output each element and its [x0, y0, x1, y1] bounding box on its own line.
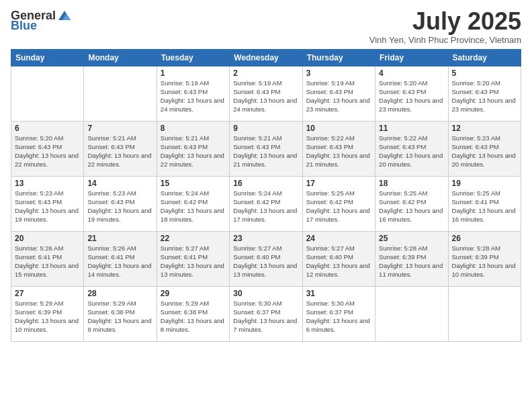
day-cell: 31Sunrise: 5:30 AM Sunset: 6:37 PM Dayli… — [302, 286, 375, 341]
day-cell: 9Sunrise: 5:21 AM Sunset: 6:43 PM Daylig… — [230, 121, 302, 176]
day-number: 8 — [161, 124, 226, 133]
day-cell: 23Sunrise: 5:27 AM Sunset: 6:40 PM Dayli… — [230, 231, 302, 286]
day-cell: 5Sunrise: 5:20 AM Sunset: 6:43 PM Daylig… — [448, 66, 521, 121]
day-info: Sunrise: 5:19 AM Sunset: 6:43 PM Dayligh… — [233, 79, 298, 114]
day-cell: 6Sunrise: 5:20 AM Sunset: 6:43 PM Daylig… — [11, 121, 84, 176]
page: General Blue July 2025 Vinh Yen, Vinh Ph… — [0, 0, 532, 411]
day-cell: 15Sunrise: 5:24 AM Sunset: 6:42 PM Dayli… — [157, 176, 229, 231]
day-cell: 26Sunrise: 5:28 AM Sunset: 6:39 PM Dayli… — [448, 231, 521, 286]
day-number: 19 — [452, 179, 517, 188]
day-info: Sunrise: 5:23 AM Sunset: 6:43 PM Dayligh… — [452, 134, 517, 169]
day-info: Sunrise: 5:21 AM Sunset: 6:43 PM Dayligh… — [87, 134, 152, 169]
day-info: Sunrise: 5:25 AM Sunset: 6:41 PM Dayligh… — [452, 189, 517, 224]
col-tuesday: Tuesday — [157, 49, 229, 66]
week-row-2: 13Sunrise: 5:23 AM Sunset: 6:43 PM Dayli… — [11, 176, 521, 231]
month-title: July 2025 — [369, 8, 521, 35]
day-number: 14 — [87, 179, 152, 188]
week-row-3: 20Sunrise: 5:26 AM Sunset: 6:41 PM Dayli… — [11, 231, 521, 286]
col-thursday: Thursday — [302, 49, 375, 66]
day-info: Sunrise: 5:23 AM Sunset: 6:43 PM Dayligh… — [87, 189, 152, 224]
day-cell: 8Sunrise: 5:21 AM Sunset: 6:43 PM Daylig… — [157, 121, 229, 176]
day-cell — [448, 286, 521, 341]
week-row-4: 27Sunrise: 5:29 AM Sunset: 6:39 PM Dayli… — [11, 286, 521, 341]
day-info: Sunrise: 5:29 AM Sunset: 6:38 PM Dayligh… — [87, 299, 152, 334]
day-cell: 10Sunrise: 5:22 AM Sunset: 6:43 PM Dayli… — [302, 121, 375, 176]
day-cell — [375, 286, 448, 341]
logo-icon — [57, 8, 72, 23]
day-info: Sunrise: 5:19 AM Sunset: 6:43 PM Dayligh… — [306, 79, 371, 114]
day-number: 24 — [306, 234, 371, 243]
day-cell: 21Sunrise: 5:26 AM Sunset: 6:41 PM Dayli… — [84, 231, 157, 286]
day-info: Sunrise: 5:20 AM Sunset: 6:43 PM Dayligh… — [15, 134, 80, 169]
header: General Blue July 2025 Vinh Yen, Vinh Ph… — [11, 8, 521, 45]
day-info: Sunrise: 5:21 AM Sunset: 6:43 PM Dayligh… — [161, 134, 226, 169]
day-info: Sunrise: 5:22 AM Sunset: 6:43 PM Dayligh… — [306, 134, 371, 169]
day-cell: 18Sunrise: 5:25 AM Sunset: 6:42 PM Dayli… — [375, 176, 448, 231]
location: Vinh Yen, Vinh Phuc Province, Vietnam — [369, 35, 521, 45]
day-cell: 1Sunrise: 5:19 AM Sunset: 6:43 PM Daylig… — [157, 66, 229, 121]
day-number: 7 — [87, 124, 152, 133]
day-number: 31 — [306, 289, 371, 298]
day-info: Sunrise: 5:29 AM Sunset: 6:38 PM Dayligh… — [161, 299, 226, 334]
day-info: Sunrise: 5:29 AM Sunset: 6:39 PM Dayligh… — [15, 299, 80, 334]
day-cell: 13Sunrise: 5:23 AM Sunset: 6:43 PM Dayli… — [11, 176, 84, 231]
day-number: 2 — [233, 68, 298, 78]
day-info: Sunrise: 5:27 AM Sunset: 6:41 PM Dayligh… — [161, 244, 226, 279]
day-cell: 17Sunrise: 5:25 AM Sunset: 6:42 PM Dayli… — [302, 176, 375, 231]
day-number: 6 — [15, 124, 80, 133]
day-number: 27 — [15, 289, 80, 298]
day-cell: 25Sunrise: 5:28 AM Sunset: 6:39 PM Dayli… — [375, 231, 448, 286]
day-cell — [11, 66, 84, 121]
day-cell: 27Sunrise: 5:29 AM Sunset: 6:39 PM Dayli… — [11, 286, 84, 341]
header-row: Sunday Monday Tuesday Wednesday Thursday… — [11, 49, 521, 66]
day-info: Sunrise: 5:26 AM Sunset: 6:41 PM Dayligh… — [87, 244, 152, 279]
day-cell: 28Sunrise: 5:29 AM Sunset: 6:38 PM Dayli… — [84, 286, 157, 341]
day-info: Sunrise: 5:25 AM Sunset: 6:42 PM Dayligh… — [306, 189, 371, 224]
week-row-0: 1Sunrise: 5:19 AM Sunset: 6:43 PM Daylig… — [11, 66, 521, 121]
day-number: 1 — [161, 68, 226, 78]
day-number: 11 — [379, 124, 444, 133]
day-info: Sunrise: 5:22 AM Sunset: 6:43 PM Dayligh… — [379, 134, 444, 169]
day-info: Sunrise: 5:27 AM Sunset: 6:40 PM Dayligh… — [233, 244, 298, 279]
col-sunday: Sunday — [11, 49, 84, 66]
day-number: 16 — [233, 179, 298, 188]
day-info: Sunrise: 5:20 AM Sunset: 6:43 PM Dayligh… — [452, 79, 517, 114]
day-number: 18 — [379, 179, 444, 188]
day-cell: 22Sunrise: 5:27 AM Sunset: 6:41 PM Dayli… — [157, 231, 229, 286]
day-number: 10 — [306, 124, 371, 133]
day-cell: 20Sunrise: 5:26 AM Sunset: 6:41 PM Dayli… — [11, 231, 84, 286]
col-saturday: Saturday — [448, 49, 521, 66]
day-cell: 24Sunrise: 5:27 AM Sunset: 6:40 PM Dayli… — [302, 231, 375, 286]
day-info: Sunrise: 5:25 AM Sunset: 6:42 PM Dayligh… — [379, 189, 444, 224]
logo-blue: Blue — [11, 19, 37, 33]
day-cell: 12Sunrise: 5:23 AM Sunset: 6:43 PM Dayli… — [448, 121, 521, 176]
day-number: 30 — [233, 289, 298, 298]
day-number: 17 — [306, 179, 371, 188]
day-number: 15 — [161, 179, 226, 188]
day-info: Sunrise: 5:19 AM Sunset: 6:43 PM Dayligh… — [161, 79, 226, 114]
day-info: Sunrise: 5:20 AM Sunset: 6:43 PM Dayligh… — [379, 79, 444, 114]
day-number: 13 — [15, 179, 80, 188]
day-number: 29 — [161, 289, 226, 298]
col-wednesday: Wednesday — [230, 49, 302, 66]
day-cell: 3Sunrise: 5:19 AM Sunset: 6:43 PM Daylig… — [302, 66, 375, 121]
day-number: 12 — [452, 124, 517, 133]
day-number: 4 — [379, 68, 444, 78]
day-cell: 30Sunrise: 5:30 AM Sunset: 6:37 PM Dayli… — [230, 286, 302, 341]
week-row-1: 6Sunrise: 5:20 AM Sunset: 6:43 PM Daylig… — [11, 121, 521, 176]
day-info: Sunrise: 5:26 AM Sunset: 6:41 PM Dayligh… — [15, 244, 80, 279]
day-cell — [84, 66, 157, 121]
day-number: 28 — [87, 289, 152, 298]
day-cell: 7Sunrise: 5:21 AM Sunset: 6:43 PM Daylig… — [84, 121, 157, 176]
day-cell: 11Sunrise: 5:22 AM Sunset: 6:43 PM Dayli… — [375, 121, 448, 176]
logo: General Blue — [11, 8, 72, 33]
day-cell: 29Sunrise: 5:29 AM Sunset: 6:38 PM Dayli… — [157, 286, 229, 341]
day-cell: 16Sunrise: 5:24 AM Sunset: 6:42 PM Dayli… — [230, 176, 302, 231]
day-number: 21 — [87, 234, 152, 243]
col-friday: Friday — [375, 49, 448, 66]
day-number: 22 — [161, 234, 226, 243]
day-cell: 4Sunrise: 5:20 AM Sunset: 6:43 PM Daylig… — [375, 66, 448, 121]
day-number: 20 — [15, 234, 80, 243]
day-cell: 14Sunrise: 5:23 AM Sunset: 6:43 PM Dayli… — [84, 176, 157, 231]
day-number: 23 — [233, 234, 298, 243]
